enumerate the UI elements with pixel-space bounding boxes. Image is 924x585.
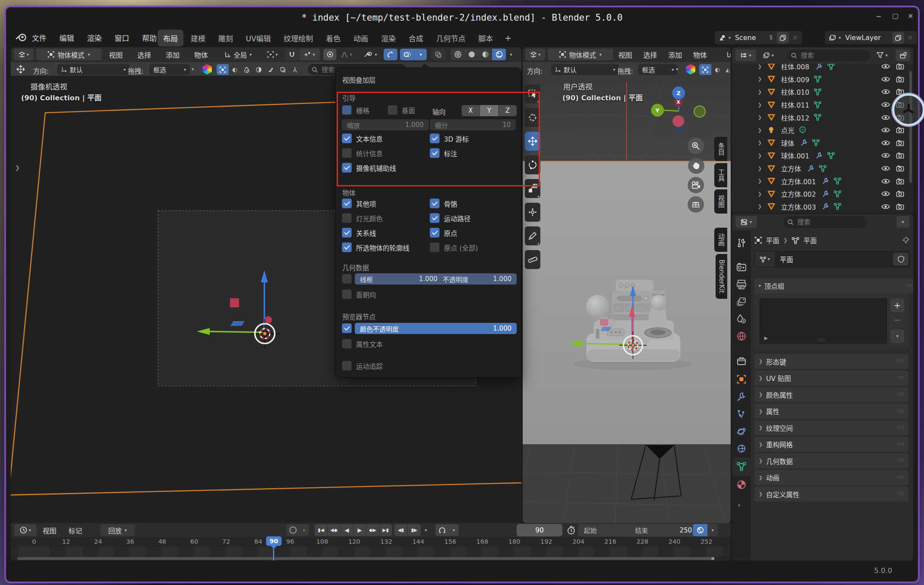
panel-vertex-groups-header[interactable]: ▾ 顶点组 ∷∷: [754, 279, 913, 293]
matcap-preview-icon[interactable]: [202, 64, 212, 74]
outliner-row[interactable]: ❯ 柱体.009: [732, 73, 913, 86]
expand-chevron-icon[interactable]: ❯: [758, 102, 767, 108]
axis-y-negative[interactable]: [694, 105, 706, 118]
outliner-row[interactable]: ❯ 立方体.001: [732, 175, 913, 188]
id-type-selector[interactable]: ▾: [755, 251, 775, 267]
proportional-falloff-selector[interactable]: ▾: [337, 49, 356, 60]
expand-chevron-icon[interactable]: ❯: [758, 204, 767, 209]
object-name[interactable]: 球体: [781, 138, 794, 148]
loop-toggle[interactable]: [435, 524, 449, 536]
expand-chevron-icon[interactable]: ❯: [758, 166, 767, 171]
color-opacity-slider[interactable]: 颜色不透明度1.000: [355, 323, 517, 334]
tab-scene[interactable]: [736, 314, 747, 324]
hide-eye-icon[interactable]: [881, 204, 896, 210]
object-name[interactable]: 柱体.012: [781, 113, 809, 122]
select-mode-set-button[interactable]: [217, 64, 229, 75]
outliner-filter-button[interactable]: ▾: [872, 50, 892, 61]
drag-value-selector[interactable]: 框选▾: [149, 64, 190, 75]
hide-eye-icon[interactable]: [881, 76, 896, 82]
properties-panel-header[interactable]: ❯ 动画 ∷∷: [754, 470, 908, 485]
outline-selected-checkbox[interactable]: [342, 242, 352, 252]
panel-grip[interactable]: ∷∷: [897, 393, 904, 396]
orientation-value-selector[interactable]: 默认▾: [57, 64, 130, 75]
properties-panel-header[interactable]: ❯ 颜色属性 ∷∷: [754, 387, 908, 402]
playback-menu[interactable]: 回放▾: [100, 524, 135, 536]
step-back-button[interactable]: ◀▮: [394, 524, 407, 536]
face-orientation-checkbox[interactable]: [342, 289, 352, 299]
panel-grip[interactable]: ∷∷: [897, 476, 904, 479]
close-button[interactable]: ✕: [908, 12, 913, 20]
viewlayer-remove-button[interactable]: ✕: [904, 34, 917, 42]
shading-solid-button[interactable]: [465, 49, 478, 60]
jump-to-start-button[interactable]: ▮◀: [315, 524, 327, 536]
panel-grip[interactable]: ∷∷: [906, 285, 913, 287]
render-camera-icon[interactable]: [896, 190, 913, 197]
navigation-gizmo[interactable]: X Y Z: [650, 84, 710, 136]
outliner-row[interactable]: ❯ 立方体: [732, 162, 913, 175]
object-name[interactable]: 立方体.001: [781, 176, 816, 186]
n-panel-tab[interactable]: 视图: [714, 189, 727, 214]
object-name[interactable]: 柱体.009: [781, 74, 809, 84]
topbar-menu-item[interactable]: 渲染: [87, 32, 102, 43]
panel-grip[interactable]: ∷∷: [897, 459, 904, 462]
overlays-toggle[interactable]: [400, 49, 414, 60]
tool-transform[interactable]: [525, 203, 540, 222]
origins-checkbox[interactable]: [430, 228, 440, 238]
select-mode-set-button[interactable]: [699, 64, 711, 75]
hide-eye-icon[interactable]: [881, 178, 896, 184]
scene-unlink-button[interactable]: ✕: [789, 34, 801, 42]
viewport-menu-item[interactable]: 物体: [693, 50, 707, 60]
tab-tool[interactable]: [736, 238, 747, 248]
axis-y-ball[interactable]: Y: [651, 104, 664, 117]
workspace-tab[interactable]: 雕刻: [213, 30, 239, 46]
tool-measure[interactable]: [525, 250, 540, 269]
shading-material-button[interactable]: [478, 49, 492, 60]
hide-eye-icon[interactable]: [881, 63, 896, 69]
editor-type-button[interactable]: ▾: [525, 49, 545, 60]
mode-selector[interactable]: 物体模式▾: [548, 49, 613, 60]
panel-grip[interactable]: ∷∷: [897, 426, 904, 429]
step-options-dropdown[interactable]: ▾: [421, 524, 431, 536]
object-name[interactable]: 立方体.002: [781, 189, 816, 198]
mode-selector[interactable]: 物体模式▾: [36, 49, 102, 60]
viewlayer-selector[interactable]: ▾ ViewLayer ✕: [825, 31, 917, 44]
select-mode-lasso-button[interactable]: [289, 64, 301, 75]
topbar-menu-item[interactable]: 文件: [32, 32, 47, 43]
n-panel-tab[interactable]: 工具: [714, 163, 727, 187]
zoom-button[interactable]: [688, 138, 704, 154]
viewport-menu-item[interactable]: 添加: [668, 50, 682, 60]
viewlayer-copy-button[interactable]: [892, 32, 904, 43]
pivot-point-selector[interactable]: ▾: [263, 49, 282, 60]
n-panel-tab[interactable]: 条目: [714, 137, 727, 161]
current-frame-field[interactable]: 90: [517, 524, 562, 536]
toolbar-expand-arrow[interactable]: ❯: [15, 164, 20, 171]
wireframe-slider[interactable]: 线框1.000: [355, 273, 443, 285]
jump-to-end-button[interactable]: ▶▮: [379, 524, 392, 536]
tab-world[interactable]: [736, 331, 747, 341]
object-name[interactable]: 柱体.011: [781, 100, 809, 109]
next-keyframe-button[interactable]: ◆▶: [366, 524, 379, 536]
sync-options-dropdown[interactable]: ▾: [707, 524, 718, 536]
bones-checkbox[interactable]: [430, 198, 440, 208]
tool-annotate[interactable]: [525, 226, 540, 245]
properties-editor-type[interactable]: ▾: [735, 216, 757, 228]
orientation-value-selector[interactable]: 默认▾: [551, 64, 619, 75]
topbar-menu-item[interactable]: 帮助: [142, 32, 157, 43]
outliner-row[interactable]: ❯ 立方体.003: [732, 201, 913, 213]
tab-object-data[interactable]: [736, 461, 747, 471]
timeline-menu-item[interactable]: 视图: [43, 525, 56, 535]
axis-z-ball[interactable]: Z: [672, 87, 685, 99]
proportional-editing-toggle[interactable]: [323, 49, 336, 60]
tab-particles[interactable]: [736, 409, 747, 419]
outliner-scrollbar[interactable]: [909, 71, 912, 183]
timeline-track-area[interactable]: [11, 546, 731, 557]
gizmos-toggle[interactable]: [384, 49, 397, 60]
outliner-row[interactable]: ❯ 柱体.011: [732, 99, 913, 111]
breadcrumb-object-name[interactable]: 平面: [766, 235, 779, 245]
add-workspace-button[interactable]: +: [500, 33, 516, 43]
object-name[interactable]: 立方体.003: [781, 202, 816, 211]
select-mode-brush-button[interactable]: [265, 64, 277, 75]
xray-toggle[interactable]: [431, 49, 446, 60]
scene-selector[interactable]: ▾ Scene ✎ ✕: [715, 31, 802, 44]
hide-eye-icon[interactable]: [881, 140, 896, 146]
